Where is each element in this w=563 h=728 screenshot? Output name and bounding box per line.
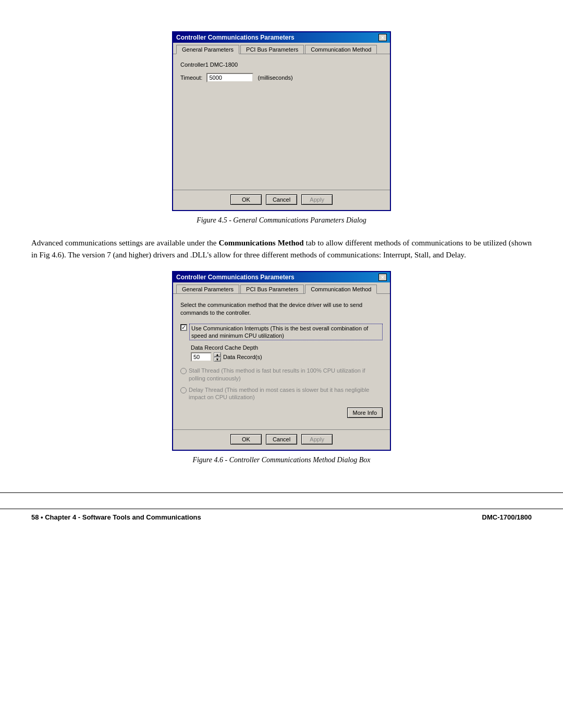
dialog2-title: Controller Communications Parameters — [176, 274, 295, 281]
radio-stall-row: Stall Thread (This method is fast but re… — [180, 367, 383, 382]
cache-section: Data Record Cache Depth ▲ ▼ Data Record(… — [191, 344, 383, 362]
dialog1: Controller Communications Parameters × G… — [172, 31, 391, 211]
radio-delay[interactable] — [180, 387, 187, 393]
dialog2-titlebar: Controller Communications Parameters × — [173, 272, 390, 282]
dialog1-tab-comm[interactable]: Communication Method — [305, 45, 377, 54]
dialog1-footer: OK Cancel Apply — [173, 190, 390, 210]
footer-left: 58 • Chapter 4 - Software Tools and Comm… — [31, 513, 201, 521]
dialog2-body: Select the communication method that the… — [173, 294, 390, 429]
dialog1-titlebar: Controller Communications Parameters × — [173, 32, 390, 43]
dialog2-tab-general[interactable]: General Parameters — [176, 285, 239, 293]
radio-delay-row: Delay Thread (This method in most cases … — [180, 386, 383, 401]
footer-right: DMC-1700/1800 — [482, 513, 532, 521]
dialog1-wrapper: Controller Communications Parameters × G… — [31, 31, 532, 211]
figure2-caption: Figure 4.6 - Controller Communications M… — [31, 456, 532, 464]
radio-delay-label: Delay Thread (This method in most cases … — [189, 386, 383, 401]
dialog2-tabs: General Parameters PCI Bus Parameters Co… — [173, 282, 390, 294]
checkmark-icon: ✓ — [181, 324, 186, 331]
checkbox-row: ✓ Use Communication Interrupts (This is … — [180, 324, 383, 341]
cache-depth-label: Data Record Cache Depth — [191, 344, 383, 351]
timeout-row: Timeout: (milliseconds) — [180, 73, 383, 82]
radio-stall-label: Stall Thread (This method is fast but re… — [189, 367, 383, 382]
page-footer: 58 • Chapter 4 - Software Tools and Comm… — [0, 509, 563, 525]
footer-separator — [0, 492, 563, 493]
dialog1-apply-button[interactable]: Apply — [301, 194, 333, 205]
dialog1-tabs: General Parameters PCI Bus Parameters Co… — [173, 43, 390, 54]
checkbox-label: Use Communication Interrupts (This is th… — [189, 324, 383, 341]
timeout-unit: (milliseconds) — [258, 75, 292, 81]
spinner-up-button[interactable]: ▲ — [214, 352, 221, 357]
controller-label: Controller1 DMC-1800 — [180, 61, 383, 68]
dialog2-close-button[interactable]: × — [378, 274, 387, 281]
dialog1-ok-button[interactable]: OK — [230, 194, 262, 205]
cache-input-row: ▲ ▼ Data Record(s) — [191, 352, 383, 362]
cache-spinner[interactable]: ▲ ▼ — [214, 352, 221, 362]
dialog1-tab-pci[interactable]: PCI Bus Parameters — [240, 45, 304, 54]
dialog2-cancel-button[interactable]: Cancel — [266, 434, 297, 445]
body-text: Advanced communications settings are ava… — [31, 237, 532, 261]
dialog1-title: Controller Communications Parameters — [176, 34, 295, 41]
timeout-input[interactable] — [206, 73, 253, 82]
comm-description: Select the communication method that the… — [180, 301, 383, 317]
radio-stall[interactable] — [180, 368, 187, 374]
dialog1-close-button[interactable]: × — [378, 34, 387, 41]
page-content: Controller Communications Parameters × G… — [0, 0, 563, 492]
dialog2-ok-button[interactable]: OK — [230, 434, 262, 445]
dialog1-body: Controller1 DMC-1800 Timeout: (milliseco… — [173, 54, 390, 190]
cache-unit: Data Record(s) — [223, 354, 262, 360]
dialog1-cancel-button[interactable]: Cancel — [266, 194, 297, 205]
spinner-down-button[interactable]: ▼ — [214, 357, 221, 362]
dialog2-tab-comm[interactable]: Communication Method — [305, 285, 377, 294]
dialog2-wrapper: Controller Communications Parameters × G… — [31, 271, 532, 451]
use-interrupts-checkbox[interactable]: ✓ — [180, 324, 187, 331]
dialog2-tab-pci[interactable]: PCI Bus Parameters — [240, 285, 304, 293]
cache-input[interactable] — [191, 352, 212, 362]
dialog2-footer: OK Cancel Apply — [173, 429, 390, 450]
figure1-caption: Figure 4.5 - General Communications Para… — [31, 216, 532, 225]
timeout-label: Timeout: — [180, 75, 202, 81]
dialog1-tab-general[interactable]: General Parameters — [176, 45, 239, 54]
dialog2-apply-button[interactable]: Apply — [301, 434, 333, 445]
dialog2: Controller Communications Parameters × G… — [172, 271, 391, 451]
more-info-button[interactable]: More Info — [347, 408, 383, 418]
